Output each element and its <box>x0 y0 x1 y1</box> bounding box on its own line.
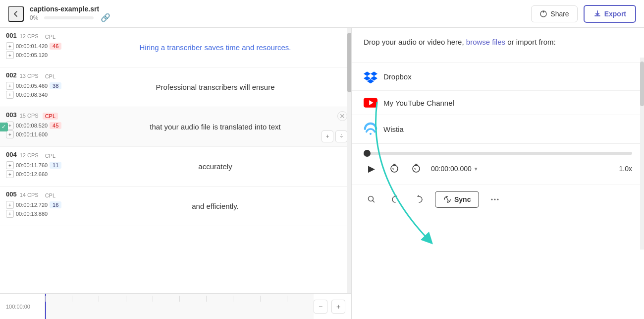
table-row: 001 12 CPS CPL + 00:00:01.420 46 + 00:00… <box>0 28 351 67</box>
speed-display: 1.0x <box>619 165 632 173</box>
merge-button[interactable]: ÷ <box>335 130 347 142</box>
row-content: and efficiently. <box>79 187 351 226</box>
time-add-btn[interactable]: + <box>6 210 14 218</box>
row-time-1: + 00:00:11.760 11 <box>6 161 75 169</box>
row-meta: 005 14 CPS CPL + 00:00:12.720 16 + 00:00… <box>0 187 79 226</box>
svg-point-4 <box>370 133 372 135</box>
scroll-track[interactable] <box>347 28 351 293</box>
drop-zone[interactable]: Drop your audio or video here, browse fi… <box>352 28 644 63</box>
tick <box>206 296 233 302</box>
undo-icon[interactable] <box>387 191 403 207</box>
tick <box>179 296 206 302</box>
dropbox-icon <box>364 69 377 83</box>
row-time-2: + 00:00:08.340 <box>6 91 75 99</box>
row-content: accurately <box>79 147 351 186</box>
drop-text: Drop your audio or video here, browse fi… <box>364 38 632 46</box>
row-meta: 004 12 CPS CPL + 00:00:11.760 11 + 00:00… <box>0 147 79 186</box>
dropbox-label: Dropbox <box>383 72 412 81</box>
close-icon[interactable]: ✕ <box>337 111 347 121</box>
time-add-btn[interactable]: + <box>6 170 14 178</box>
subtitle-editor: 001 12 CPS CPL + 00:00:01.420 46 + 00:00… <box>0 28 352 319</box>
scroll-thumb[interactable] <box>347 33 351 92</box>
youtube-label: My YouTube Channel <box>383 99 454 107</box>
check-badge: ✓ <box>0 123 8 131</box>
time-add-btn[interactable]: + <box>6 130 14 138</box>
progress-bar <box>44 16 94 19</box>
export-button[interactable]: Export <box>584 5 636 23</box>
tick <box>260 296 287 302</box>
file-progress: 0% <box>30 14 38 21</box>
wistia-label: Wistia <box>383 125 404 133</box>
list-item[interactable]: Wistia <box>352 115 644 143</box>
tick <box>99 296 125 302</box>
row-stats: 13 CPS CPL <box>20 73 58 80</box>
back-button[interactable] <box>8 6 24 22</box>
timeline-track[interactable] <box>45 294 314 319</box>
time-add-btn[interactable]: + <box>6 82 14 90</box>
time-add-btn[interactable]: + <box>6 201 14 209</box>
svg-point-10 <box>497 199 499 200</box>
svg-point-9 <box>494 199 496 200</box>
subtitle-text: and efficiently. <box>192 202 239 210</box>
time-add-btn[interactable]: + <box>6 51 14 59</box>
list-item[interactable]: Dropbox <box>352 63 644 91</box>
row-content: Hiring a transcriber saves time and reso… <box>79 28 351 67</box>
player-controls: ▶ 5 5 00:00:00.000 <box>364 161 632 177</box>
svg-text:5: 5 <box>392 168 394 171</box>
file-info: captions-example.srt 0% 🔗 <box>30 5 110 22</box>
split-button[interactable]: + <box>322 130 333 142</box>
row-time-1: + 00:00:12.720 16 <box>6 201 75 209</box>
browse-files-link[interactable]: browse files <box>466 38 505 46</box>
table-row: ✓ 003 15 CPS CPL + 00:00:08.520 45 <box>0 107 351 147</box>
row-meta: 001 12 CPS CPL + 00:00:01.420 46 + 00:00… <box>0 28 79 67</box>
right-scrollbar-thumb <box>640 62 644 106</box>
row-meta: 003 15 CPS CPL + 00:00:08.520 45 + 00:00… <box>0 107 79 146</box>
sync-button[interactable]: Sync <box>435 191 479 208</box>
rewind-back-button[interactable]: 5 <box>387 162 401 176</box>
more-options-icon[interactable] <box>487 191 503 207</box>
tick <box>45 296 72 302</box>
row-actions: + ÷ <box>322 130 347 142</box>
subtitle-num: 002 <box>6 71 17 79</box>
row-time-1: + 00:00:08.520 45 <box>6 122 75 129</box>
play-button[interactable]: ▶ <box>364 161 379 177</box>
svg-text:5: 5 <box>414 168 416 171</box>
table-row: 005 14 CPS CPL + 00:00:12.720 16 + 00:00… <box>0 187 351 226</box>
row-content: that your audio file is translated into … <box>79 107 351 146</box>
zoom-controls: − + <box>314 300 351 314</box>
link-icon: 🔗 <box>101 13 110 22</box>
subtitle-num: 004 <box>6 151 17 158</box>
zoom-in-button[interactable]: + <box>331 300 345 314</box>
import-list: Dropbox My YouTube Channel Wistia <box>352 63 644 143</box>
row-time-1: + 00:00:05.460 38 <box>6 82 75 90</box>
row-time-2: + 00:00:11.600 <box>6 130 75 138</box>
right-scrollbar[interactable] <box>640 58 644 250</box>
row-stats: 14 CPS CPL <box>20 192 58 199</box>
player-progress-dot[interactable] <box>364 150 371 157</box>
table-row: 004 12 CPS CPL + 00:00:11.760 11 + 00:00… <box>0 147 351 187</box>
search-icon[interactable] <box>364 191 379 207</box>
subtitle-num: 003 <box>6 111 17 119</box>
share-button[interactable]: Share <box>531 5 577 22</box>
rewind-forward-button[interactable]: 5 <box>409 162 423 176</box>
zoom-out-button[interactable]: − <box>314 300 327 314</box>
wistia-icon <box>364 122 377 136</box>
header: captions-example.srt 0% 🔗 Share Export <box>0 0 644 28</box>
time-chevron-icon: ▼ <box>474 166 479 172</box>
youtube-icon <box>364 98 377 108</box>
sync-label: Sync <box>454 195 471 203</box>
row-content: Professional transcribers will ensure <box>79 67 351 107</box>
table-row: 002 13 CPS CPL + 00:00:05.460 38 + 00:00… <box>0 67 351 107</box>
row-time-2: + 00:00:12.660 <box>6 170 75 178</box>
tick <box>126 296 153 302</box>
row-stats: 15 CPS CPL <box>20 113 58 120</box>
redo-icon[interactable] <box>411 191 427 207</box>
row-stats: 12 CPS CPL <box>20 33 58 40</box>
time-add-btn[interactable]: + <box>6 161 14 169</box>
player-progress-bar[interactable] <box>364 152 632 155</box>
time-add-btn[interactable]: + <box>6 42 14 50</box>
list-item[interactable]: My YouTube Channel <box>352 91 644 115</box>
row-meta: 002 13 CPS CPL + 00:00:05.460 38 + 00:00… <box>0 67 79 107</box>
time-add-btn[interactable]: + <box>6 91 14 99</box>
tick <box>153 296 179 302</box>
